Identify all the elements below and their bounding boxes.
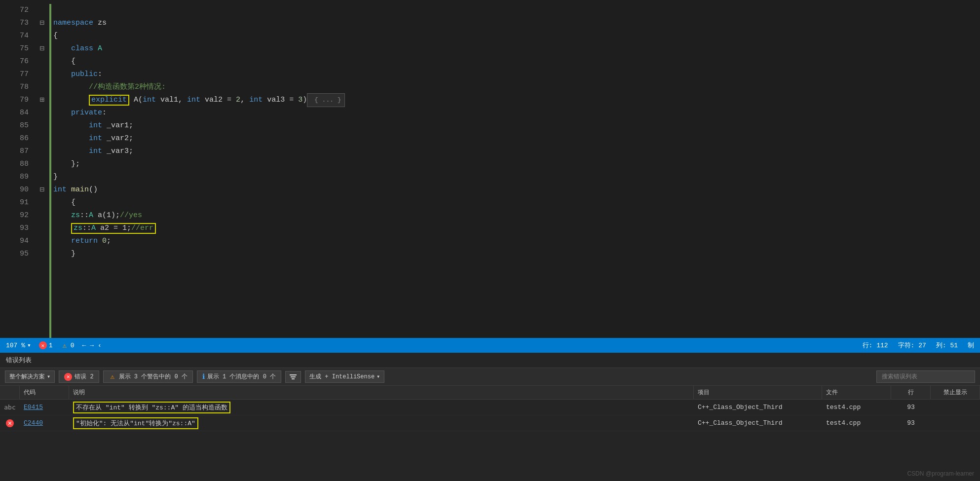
error-row-c2440[interactable]: ✕ C2440 "初始化": 无法从"int"转换为"zs::A" C++_Cl… — [0, 415, 980, 431]
row-indicator: 行: 112 — [863, 341, 888, 350]
code-line-79: explicit A(int val1, int val2 = 2, int v… — [53, 94, 980, 107]
solution-dropdown[interactable]: 整个解决方案 — [5, 370, 55, 383]
code-gutter: ⊟ ⊟ ⊞ ⊟ — [35, 4, 49, 338]
zoom-level[interactable]: 107 % — [6, 341, 31, 349]
fold-73[interactable]: ⊟ — [35, 17, 49, 30]
col-header-suppress: 禁止显示 — [931, 386, 980, 399]
warning-status[interactable]: ⚠ 0 — [61, 341, 75, 349]
mode-indicator: 制 — [968, 341, 974, 350]
error-table-header: 代码 说明 项目 文件 行 禁止显示 — [0, 386, 980, 400]
code-line-78: //构造函数第2种情况: — [53, 81, 980, 94]
col-header-file: 文件 — [822, 386, 891, 399]
zoom-chevron — [27, 341, 31, 349]
code-line-74: { — [53, 30, 980, 42]
error-code-c2440[interactable]: C2440 — [24, 419, 43, 427]
error-panel-toolbar: 整个解决方案 ✕ 错误 2 ⚠ 展示 3 个警告中的 0 个 ℹ 展示 1 个消… — [0, 368, 980, 386]
nav-back-icon[interactable]: ← — [82, 342, 86, 349]
warning-filter-btn[interactable]: ⚠ 展示 3 个警告中的 0 个 — [103, 370, 193, 383]
svg-rect-0 — [290, 374, 297, 375]
char-indicator: 字符: 27 — [898, 341, 926, 350]
code-line-89: } — [53, 171, 980, 184]
col-indicator: 列: 51 — [936, 341, 958, 350]
error-filter-btn[interactable]: ✕ 错误 2 — [59, 370, 99, 383]
fold-79[interactable]: ⊞ — [35, 94, 49, 107]
intellisense-dropdown[interactable]: 生成 + IntelliSense — [305, 370, 384, 383]
editor-area: 72 73 74 75 76 77 78 79 84 85 86 87 88 8… — [0, 0, 980, 338]
col-header-code: 代码 — [20, 386, 69, 399]
nav-collapse-icon[interactable]: ‹ — [98, 342, 102, 349]
code-lines[interactable]: namespace zs { class A { public: // — [53, 4, 980, 338]
code-line-72 — [53, 4, 980, 17]
error-project-c2440: C++_Class_Object_Third — [694, 415, 822, 431]
code-line-86: int _var2; — [53, 132, 980, 145]
code-line-93: zs::A a2 = 1;//err — [53, 222, 980, 235]
fold-90[interactable]: ⊟ — [35, 184, 49, 196]
error-panel: 错误列表 整个解决方案 ✕ 错误 2 ⚠ 展示 3 个警告中的 0 个 ℹ 展示… — [0, 353, 980, 481]
code-line-88: }; — [53, 158, 980, 171]
code-line-87: int _var3; — [53, 145, 980, 158]
row-error-icon: ✕ — [6, 419, 14, 427]
search-errors-input[interactable]: 搜索错误列表 — [876, 370, 975, 383]
error-code-e0415[interactable]: E0415 — [24, 404, 43, 411]
row-warning-icon: abc — [4, 404, 15, 411]
intellisense-chevron — [377, 373, 380, 380]
error-table: abc E0415 不存在从 "int" 转换到 "zs::A" 的适当构造函数… — [0, 400, 980, 481]
fold-75[interactable]: ⊟ — [35, 42, 49, 55]
error-status[interactable]: ✕ 1 — [39, 341, 53, 349]
col-header-line: 行 — [891, 386, 931, 399]
code-line-95: } — [53, 248, 980, 260]
code-line-73: namespace zs — [53, 17, 980, 30]
warning-filter-icon: ⚠ — [109, 373, 116, 381]
error-icon: ✕ — [39, 341, 47, 349]
code-line-90: int main() — [53, 184, 980, 196]
scope-filter-btn[interactable] — [285, 371, 301, 383]
status-right: 行: 112 字符: 27 列: 51 制 — [863, 341, 974, 350]
green-bar — [49, 4, 51, 338]
error-desc-c2440: "初始化": 无法从"int"转换为"zs::A" — [73, 417, 198, 429]
col-header-project: 项目 — [694, 386, 822, 399]
error-line-e0415: 93 — [891, 400, 931, 415]
info-filter-btn[interactable]: ℹ 展示 1 个消息中的 0 个 — [197, 370, 281, 383]
code-line-91: { — [53, 196, 980, 209]
svg-rect-2 — [292, 378, 295, 379]
error-panel-title: 错误列表 — [0, 353, 980, 368]
code-line-94: return 0; — [53, 235, 980, 248]
warning-icon: ⚠ — [61, 341, 69, 349]
code-line-77: public: — [53, 68, 980, 81]
nav-forward-icon[interactable]: → — [90, 342, 94, 349]
filter-icon — [289, 373, 297, 381]
code-line-84: private: — [53, 107, 980, 119]
watermark: CSDN @program-learner — [907, 470, 974, 477]
info-filter-icon: ℹ — [202, 372, 205, 381]
dropdown-chevron — [47, 373, 50, 380]
error-file-c2440: test4.cpp — [822, 415, 891, 431]
error-file-e0415: test4.cpp — [822, 400, 891, 415]
code-line-92: zs::A a(1);//yes — [53, 209, 980, 222]
code-line-85: int _var1; — [53, 119, 980, 132]
code-line-76: { — [53, 55, 980, 68]
svg-rect-1 — [291, 376, 296, 377]
code-line-75: class A — [53, 42, 980, 55]
error-row-e0415[interactable]: abc E0415 不存在从 "int" 转换到 "zs::A" 的适当构造函数… — [0, 400, 980, 415]
status-bar: 107 % ✕ 1 ⚠ 0 ← → ‹ 行: 112 字符: 27 列: 51 … — [0, 338, 980, 353]
col-header-desc: 说明 — [69, 386, 694, 399]
line-numbers: 72 73 74 75 76 77 78 79 84 85 86 87 88 8… — [0, 4, 35, 338]
navigation-arrows[interactable]: ← → ‹ — [82, 342, 101, 349]
error-filter-icon: ✕ — [64, 373, 72, 381]
error-line-c2440: 93 — [891, 415, 931, 431]
error-project-e0415: C++_Class_Object_Third — [694, 400, 822, 415]
error-desc-e0415: 不存在从 "int" 转换到 "zs::A" 的适当构造函数 — [73, 402, 230, 413]
code-container: 72 73 74 75 76 77 78 79 84 85 86 87 88 8… — [0, 0, 980, 338]
